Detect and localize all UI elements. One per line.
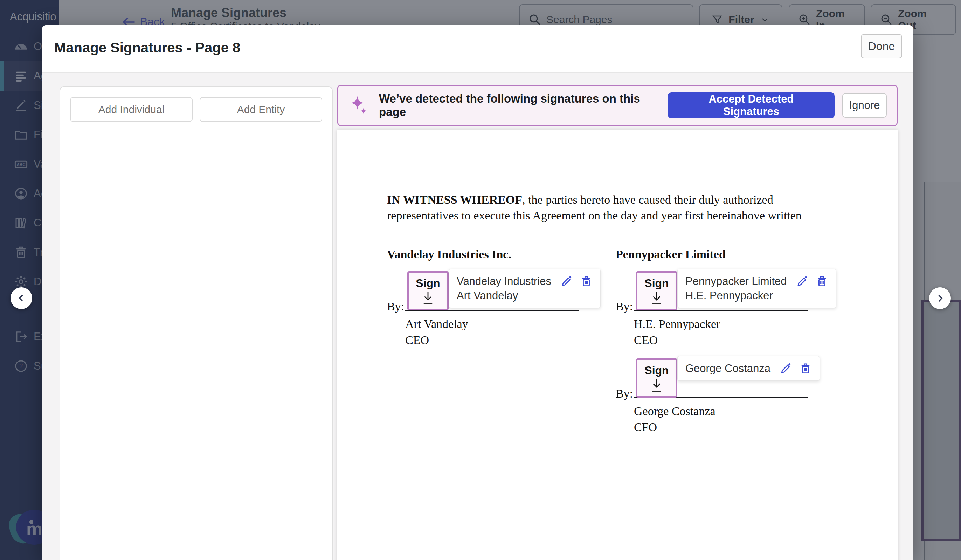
company-name: Pennypacker Limited <box>615 248 847 261</box>
card-actions <box>796 275 828 288</box>
banner-message: We’ve detected the following signatures … <box>379 92 668 119</box>
signer-name: H.E. Pennypacker <box>634 316 847 332</box>
sparkle-icon <box>348 95 370 116</box>
sign-label: Sign <box>416 277 440 290</box>
detected-signer-card: Pennypacker Limited H.E. Pennypacker <box>677 269 836 308</box>
card-actions <box>779 362 812 375</box>
by-label: By: <box>615 300 633 313</box>
card-line: Art Vandelay <box>457 289 551 303</box>
previous-page-button[interactable] <box>11 287 32 309</box>
add-individual-button[interactable]: Add Individual <box>70 97 193 122</box>
sign-button[interactable]: Sign <box>407 271 448 310</box>
edit-signer-button[interactable] <box>560 275 573 288</box>
party-column-pennypacker: Pennypacker Limited By: Sign Pennypacker… <box>615 248 847 435</box>
sign-label: Sign <box>644 364 669 377</box>
signature-unit: By: Sign Pennypacker Limited H.E. Pennyp… <box>615 269 847 311</box>
download-arrow-icon <box>421 290 435 305</box>
modal-title: Manage Signatures - Page 8 <box>54 40 240 56</box>
signer-name: Art Vandelay <box>405 316 618 332</box>
delete-signer-button[interactable] <box>799 362 812 375</box>
witness-bold: IN WITNESS WHEREOF <box>387 193 522 206</box>
sign-button[interactable]: Sign <box>636 358 677 398</box>
sign-label: Sign <box>644 277 669 290</box>
signer-name: George Costanza <box>634 403 847 419</box>
signer-card-lines: Vandelay Industries Art Vandelay <box>457 274 551 303</box>
card-line: H.E. Pennypacker <box>685 289 787 303</box>
signer-identity: George Costanza CFO <box>634 403 847 435</box>
signer-title: CEO <box>634 332 847 348</box>
edit-signer-button[interactable] <box>796 275 809 288</box>
signer-identity: Art Vandelay CEO <box>405 316 618 348</box>
ignore-button[interactable]: Ignore <box>842 93 887 117</box>
detected-signer-card: Vandelay Industries Art Vandelay <box>448 269 601 308</box>
company-name: Vandelay Industries Inc. <box>387 248 618 261</box>
signature-unit: By: Sign George Costanza <box>615 356 847 398</box>
card-line: George Costanza <box>685 361 770 375</box>
manage-signatures-modal: Manage Signatures - Page 8 Done Add Indi… <box>42 25 913 560</box>
signer-card-lines: Pennypacker Limited H.E. Pennypacker <box>685 274 787 303</box>
document-page-preview: IN WITNESS WHEREOF, the parties hereto h… <box>337 130 898 560</box>
download-arrow-icon <box>650 290 664 305</box>
delete-signer-button[interactable] <box>816 275 828 288</box>
party-column-vandelay: Vandelay Industries Inc. By: Sign Vandel… <box>387 248 618 348</box>
done-button[interactable]: Done <box>861 34 902 58</box>
detected-signer-card: George Costanza <box>677 356 820 381</box>
signers-panel: Add Individual Add Entity <box>59 87 333 560</box>
accept-detected-signatures-button[interactable]: Accept Detected Signatures <box>668 92 834 118</box>
edit-signer-button[interactable] <box>779 362 792 375</box>
card-line: Pennypacker Limited <box>685 274 787 289</box>
signer-title: CEO <box>405 332 618 348</box>
download-arrow-icon <box>650 378 664 392</box>
signature-unit: By: Sign Vandelay Industries Art Vandela… <box>387 269 618 311</box>
add-entity-button[interactable]: Add Entity <box>199 97 322 122</box>
modal-header: Manage Signatures - Page 8 Done <box>42 25 913 72</box>
chevron-right-icon <box>935 293 945 303</box>
sign-button[interactable]: Sign <box>636 271 677 310</box>
signer-card-lines: George Costanza <box>685 361 770 375</box>
next-page-button[interactable] <box>929 287 951 309</box>
witness-paragraph: IN WITNESS WHEREOF, the parties hereto h… <box>387 192 839 223</box>
card-actions <box>560 275 593 288</box>
chevron-left-icon <box>16 293 27 303</box>
delete-signer-button[interactable] <box>580 275 593 288</box>
signer-title: CFO <box>634 419 847 435</box>
card-line: Vandelay Industries <box>457 274 551 289</box>
modal-body: Add Individual Add Entity We’ve detected… <box>42 72 913 560</box>
by-label: By: <box>387 300 404 313</box>
detected-signatures-banner: We’ve detected the following signatures … <box>337 85 898 126</box>
by-label: By: <box>615 387 633 400</box>
signer-identity: H.E. Pennypacker CEO <box>634 316 847 348</box>
